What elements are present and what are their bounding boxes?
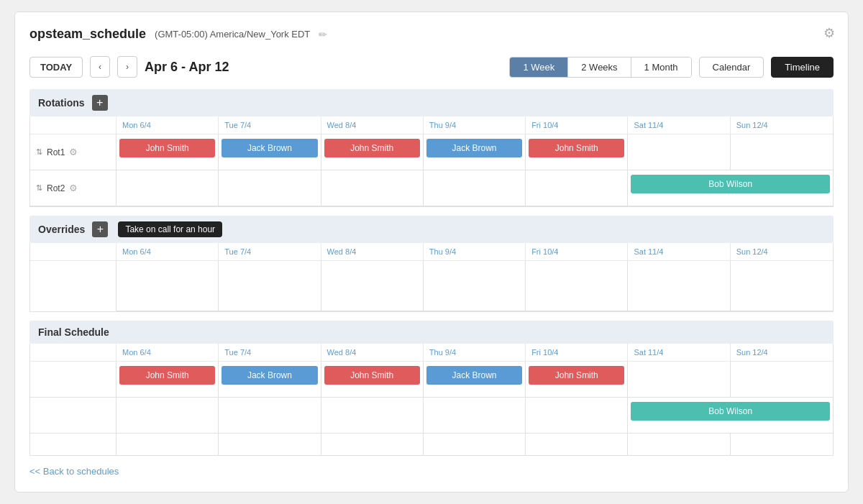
rotations-day-6: Sun 12/4 (731, 116, 833, 134)
edit-icon[interactable]: ✏ (319, 29, 327, 40)
overrides-day-3: Thu 9/4 (424, 243, 526, 261)
rotations-day-1: Tue 7/4 (219, 116, 321, 134)
overrides-empty-5 (628, 261, 730, 311)
rot1-event-4[interactable]: John Smith (529, 139, 624, 157)
overrides-title: Overrides (38, 224, 85, 235)
final-cell-6 (731, 362, 833, 398)
final-day-5: Sat 11/4 (628, 344, 730, 362)
rot2-cell-2 (321, 170, 424, 206)
overrides-empty-row (30, 261, 833, 311)
back-to-schedules-link[interactable]: << Back to schedules (29, 466, 119, 477)
overrides-empty-label (30, 261, 117, 311)
rot1-row: ⇅ Rot1 ⚙ John Smith Jack Brown John Smit… (30, 134, 833, 170)
overrides-empty-1 (219, 261, 321, 311)
overrides-section: Overrides + Take on call for an hour Mon… (29, 216, 834, 312)
next-button[interactable]: › (117, 56, 137, 78)
final-row3-cell-4 (526, 434, 628, 455)
overrides-day-4: Fri 10/4 (526, 243, 628, 261)
final-row3-cell-2 (321, 434, 424, 455)
view-2weeks[interactable]: 2 Weeks (568, 58, 631, 77)
rotations-add-button[interactable]: + (92, 95, 108, 111)
rot2-name: Rot2 (47, 183, 65, 193)
timeline-button[interactable]: Timeline (771, 57, 834, 78)
final-row3-cell-0 (117, 434, 219, 455)
rot1-event-3[interactable]: Jack Brown (426, 139, 522, 157)
overrides-day-0: Mon 6/4 (117, 243, 219, 261)
final-bob-wilson[interactable]: Bob Wilson (631, 402, 830, 421)
final-event-1[interactable]: Jack Brown (222, 366, 317, 385)
settings-icon[interactable]: ⚙ (823, 25, 835, 41)
final-cell-2: John Smith (321, 362, 424, 398)
final-row3-cell-5 (628, 434, 730, 455)
view-toggle: 1 Week 2 Weeks 1 Month (509, 57, 691, 78)
final-row2-label (30, 398, 117, 434)
rotations-title: Rotations (38, 97, 85, 109)
rot1-cell-6 (731, 134, 833, 170)
final-schedule-grid: Mon 6/4 Tue 7/4 Wed 8/4 Thu 9/4 Fri 10/4… (29, 344, 834, 456)
rotations-day-2: Wed 8/4 (321, 116, 424, 134)
final-schedule-day-headers: Mon 6/4 Tue 7/4 Wed 8/4 Thu 9/4 Fri 10/4… (30, 344, 833, 362)
rot1-cell-4: John Smith (526, 134, 628, 170)
rot2-settings-icon[interactable]: ⚙ (69, 183, 78, 193)
overrides-day-headers: Mon 6/4 Tue 7/4 Wed 8/4 Thu 9/4 Fri 10/4… (30, 243, 833, 261)
today-button[interactable]: TODAY (29, 57, 83, 78)
final-label-col (30, 344, 117, 362)
rotations-day-4: Fri 10/4 (526, 116, 628, 134)
overrides-empty-6 (731, 261, 833, 311)
date-range: Apr 6 - Apr 12 (145, 60, 229, 75)
calendar-button[interactable]: Calendar (699, 57, 764, 78)
final-schedule-title: Final Schedule (38, 326, 109, 338)
overrides-empty-0 (117, 261, 219, 311)
rot2-label: ⇅ Rot2 ⚙ (30, 170, 117, 206)
final-event-4[interactable]: John Smith (529, 366, 624, 385)
rot1-name: Rot1 (47, 147, 65, 157)
final-day-1: Tue 7/4 (219, 344, 321, 362)
final-cell-0: John Smith (117, 362, 219, 398)
rot1-event-1[interactable]: Jack Brown (222, 139, 317, 157)
rot2-row: ⇅ Rot2 ⚙ Bob Wilson (30, 170, 833, 206)
rot2-cell-4 (526, 170, 628, 206)
final-cell-4: John Smith (526, 362, 628, 398)
overrides-empty-3 (424, 261, 526, 311)
rot1-cell-0: John Smith (117, 134, 219, 170)
final-row2-cell-3 (424, 398, 526, 434)
schedule-title: opsteam_schedule (29, 27, 146, 42)
rotations-day-0: Mon 6/4 (117, 116, 219, 134)
rot1-cell-2: John Smith (321, 134, 424, 170)
final-cell-5 (628, 362, 730, 398)
rot2-cell-0 (117, 170, 219, 206)
overrides-empty-4 (526, 261, 628, 311)
view-1week[interactable]: 1 Week (510, 58, 568, 77)
final-event-2[interactable]: John Smith (324, 366, 420, 385)
rot1-settings-icon[interactable]: ⚙ (69, 147, 78, 157)
final-row3-cell-1 (219, 434, 321, 455)
final-event-0[interactable]: John Smith (119, 366, 215, 385)
overrides-empty-2 (321, 261, 424, 311)
final-day-3: Thu 9/4 (424, 344, 526, 362)
rot1-cell-1: Jack Brown (219, 134, 321, 170)
rot1-event-0[interactable]: John Smith (119, 139, 215, 157)
final-event-3[interactable]: Jack Brown (426, 366, 522, 385)
final-row3-cell-6 (731, 434, 833, 455)
final-row3-cell-3 (424, 434, 526, 455)
final-row-2: Bob Wilson (30, 398, 833, 434)
rot2-bob-wilson[interactable]: Bob Wilson (631, 175, 830, 193)
rotations-header: Rotations + (29, 89, 834, 116)
rot1-event-2[interactable]: John Smith (324, 139, 420, 157)
final-schedule-header: Final Schedule (29, 321, 834, 344)
view-1month[interactable]: 1 Month (631, 58, 691, 77)
overrides-label-col (30, 243, 117, 261)
overrides-day-5: Sat 11/4 (628, 243, 730, 261)
overrides-add-button[interactable]: + (92, 221, 108, 237)
rot1-cell-5 (628, 134, 730, 170)
main-container: ⚙ opsteam_schedule (GMT-05:00) America/N… (14, 12, 849, 492)
rot1-label: ⇅ Rot1 ⚙ (30, 134, 117, 170)
overrides-grid: Mon 6/4 Tue 7/4 Wed 8/4 Thu 9/4 Fri 10/4… (29, 243, 834, 312)
final-row-3 (30, 434, 833, 455)
final-row2-cell-5-6: Bob Wilson (628, 398, 833, 434)
overrides-tooltip: Take on call for an hour (118, 221, 222, 237)
overrides-day-1: Tue 7/4 (219, 243, 321, 261)
prev-button[interactable]: ‹ (90, 56, 110, 78)
timezone-label: (GMT-05:00) America/New_York EDT (155, 29, 310, 40)
final-day-6: Sun 12/4 (731, 344, 833, 362)
